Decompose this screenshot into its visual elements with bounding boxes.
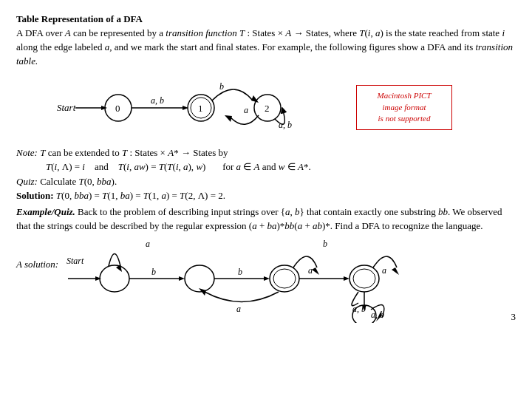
pict-unavailable-box: Macintosh PICT image format is not suppo… <box>356 85 452 129</box>
dfa-svg: Start 0 a, b 1 b a 2 a, b <box>38 75 349 141</box>
svg-marker-17 <box>225 115 232 122</box>
solution-label: Solution: <box>16 190 54 201</box>
svg-point-34 <box>273 269 296 288</box>
svg-text:a: a <box>308 265 313 276</box>
svg-marker-38 <box>344 276 349 281</box>
svg-point-22 <box>100 265 129 292</box>
note-line: Note: T can be extended to T : States × … <box>16 146 516 160</box>
svg-marker-26 <box>179 276 185 281</box>
example-line: Example/Quiz. Back to the problem of des… <box>16 205 516 233</box>
svg-marker-44 <box>392 267 399 275</box>
svg-text:2: 2 <box>265 103 270 114</box>
bottom-dfa-svg: Start a b b b a <box>64 238 449 323</box>
svg-text:a: a <box>146 239 150 249</box>
svg-text:a: a <box>236 304 241 314</box>
svg-text:b: b <box>323 239 327 249</box>
note-indent1: T(i, Λ) = i and T(i, aw) = T(T(i, a), w)… <box>46 160 516 174</box>
svg-text:a: a <box>244 105 248 115</box>
svg-text:a: a <box>382 265 386 276</box>
note-section: Note: T can be extended to T : States × … <box>16 146 516 233</box>
svg-text:Start: Start <box>57 102 76 113</box>
svg-text:Start: Start <box>66 256 84 266</box>
svg-text:b: b <box>238 267 242 277</box>
svg-point-28 <box>185 265 214 292</box>
svg-text:b: b <box>151 267 156 277</box>
svg-text:a, b: a, b <box>151 95 164 106</box>
a-solution-label: A solution: <box>16 259 58 270</box>
solution-line: Solution: T(0, bba) = T(1, ba) = T(1, a)… <box>16 188 516 203</box>
page-title: Table Representation of a DFA <box>16 13 516 25</box>
paragraph1: A DFA over A can be represented by a tra… <box>16 27 516 69</box>
quiz-label: Quiz: <box>16 176 38 187</box>
svg-marker-36 <box>312 267 319 275</box>
top-dfa-diagram: Start 0 a, b 1 b a 2 a, b <box>38 75 516 141</box>
svg-text:b: b <box>219 81 224 92</box>
svg-text:1: 1 <box>198 103 203 114</box>
svg-marker-30 <box>264 276 270 281</box>
example-label: Example/Quiz. <box>16 206 75 217</box>
quiz-line: Quiz: Calculate T(0, bba). <box>16 174 516 189</box>
svg-marker-1 <box>101 106 107 110</box>
note-text: T can be extended to T : States × A* → S… <box>38 147 228 158</box>
svg-point-42 <box>353 269 375 288</box>
svg-text:0: 0 <box>115 103 120 114</box>
note-header: Note: <box>16 147 38 158</box>
page-number: 3 <box>511 311 516 323</box>
